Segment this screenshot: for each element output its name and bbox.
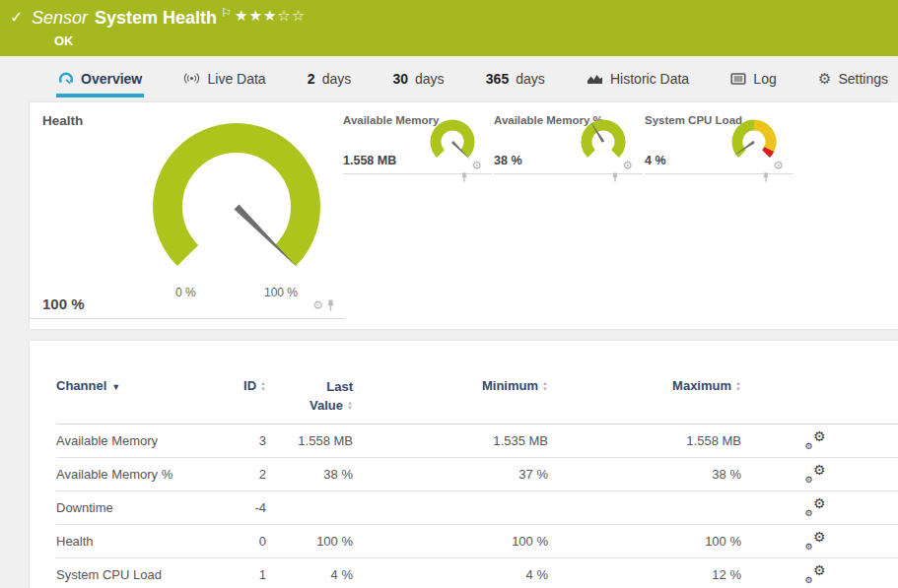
table-row: Health 0 100 % 100 % 100 % ⚙⚙ [56,525,898,558]
gauge-actions: ⚙ [312,299,335,311]
channel-maximum: 100 % [548,534,741,549]
log-icon [730,72,746,86]
channel-settings-gears-icon[interactable]: ⚙⚙ [805,466,826,483]
gauge-settings-gear-icon[interactable]: ⚙ [312,299,323,311]
system-cpu-load-tile: System CPU Load 4 % ⚙ [645,102,794,174]
tab-365-days[interactable]: 365days [484,63,547,98]
col-header-maximum[interactable]: Maximum [672,378,731,393]
channel-maximum: 38 % [548,467,741,482]
tab-30-days[interactable]: 30days [390,63,446,98]
channel-maximum: 1.558 MB [548,433,741,448]
page-title: System Health [95,8,217,28]
pin-icon[interactable] [611,172,619,182]
channel-minimum: 4 % [353,567,548,582]
system-cpu-load-value: 4 % [645,154,666,167]
channel-name: System CPU Load [56,567,239,582]
available-memory-value: 1.558 MB [343,154,396,167]
channel-settings-gears-icon[interactable]: ⚙⚙ [805,533,826,550]
available-memory-tile: Available Memory 1.558 MB ⚙ [343,102,492,174]
channel-minimum: 37 % [353,467,548,482]
channel-settings-gears-icon[interactable]: ⚙⚙ [805,566,826,583]
channel-maximum: 12 % [548,567,741,582]
gauge-actions: ⚙ [622,160,633,171]
table-row: Downtime -4 ⚙⚙ [56,491,898,525]
gauge-scale-min: 0 % [175,286,196,299]
tab-2-days[interactable]: 2days [306,63,353,98]
available-memory-title: Available Memory [343,114,439,126]
gear-icon: ⚙ [818,71,831,86]
available-memory-gauge [427,115,478,164]
live-signal-icon [183,71,200,86]
channel-name: Available Memory % [56,467,239,482]
tab-log[interactable]: Log [728,63,778,98]
pin-icon[interactable] [762,172,770,182]
gauge-actions: ⚙ [773,160,784,171]
channel-last-value: 38 % [266,467,353,482]
channel-id: 1 [239,567,266,582]
available-memory-pct-tile: Available Memory % 38 % ⚙ [494,102,643,174]
channel-settings-gears-icon[interactable]: ⚙⚙ [805,499,826,516]
col-header-channel[interactable]: Channel [56,378,106,393]
table-row: Available Memory 3 1.558 MB 1.535 MB 1.5… [56,425,898,458]
channel-last-value: 100 % [266,534,353,549]
gauges-panel: Health 0 % 100 % 100 % ⚙ Available Memor… [30,102,898,329]
gauge-settings-gear-icon[interactable]: ⚙ [773,160,784,171]
gauge-settings-gear-icon[interactable]: ⚙ [622,160,633,171]
tab-bar: Overview Live Data 2days 30days 365days … [0,63,898,98]
channel-id: 2 [239,467,266,482]
health-gauge-tile: Health 0 % 100 % 100 % ⚙ [30,102,345,319]
channel-last-value: 4 % [266,567,353,582]
chevron-down-icon[interactable]: ▼ [111,382,120,392]
channels-table-panel: Channel▼ ID▲▼ Last Value▲▼ Minimum▲▼ Max… [30,341,898,588]
channel-id: 0 [239,534,266,549]
flag-icon[interactable]: ⚐ [221,6,232,20]
priority-stars[interactable]: ★★★☆☆ [235,7,306,25]
channel-last-value: 1.558 MB [266,433,353,448]
available-memory-pct-gauge [578,115,629,164]
channel-name: Downtime [56,500,239,515]
channel-id: -4 [239,500,266,515]
table-header-row: Channel▼ ID▲▼ Last Value▲▼ Minimum▲▼ Max… [56,378,898,425]
col-header-id[interactable]: ID [243,378,256,393]
tab-settings[interactable]: ⚙ Settings [816,63,890,98]
channel-settings-gears-icon[interactable]: ⚙⚙ [805,432,826,449]
sort-icon[interactable]: ▲▼ [735,381,741,392]
gauge-settings-gear-icon[interactable]: ⚙ [471,160,482,171]
health-gauge [148,116,325,279]
gauge-actions: ⚙ [471,160,482,171]
col-header-minimum[interactable]: Minimum [482,378,538,393]
ok-check-icon: ✓ [10,8,23,27]
channel-minimum: 1.535 MB [353,433,548,448]
gauge-icon [58,71,74,87]
sensor-status-header: ✓ SensorSystem Health⚐ ★★★☆☆ OK [0,0,898,56]
gauge-scale-max: 100 % [264,286,298,299]
available-memory-pct-value: 38 % [494,154,522,167]
sort-icon[interactable]: ▲▼ [347,401,353,412]
channels-table: Channel▼ ID▲▼ Last Value▲▼ Minimum▲▼ Max… [30,341,898,588]
table-row: Available Memory % 2 38 % 37 % 38 % ⚙⚙ [56,458,898,491]
tab-live-data[interactable]: Live Data [181,63,267,98]
channel-name: Health [56,534,239,549]
historic-chart-icon [587,72,603,86]
table-row: System CPU Load 1 4 % 4 % 12 % ⚙⚙ [56,558,898,588]
tab-historic-data[interactable]: Historic Data [585,63,691,98]
channel-minimum: 100 % [353,534,548,549]
channel-name: Available Memory [56,433,239,448]
pin-icon[interactable] [326,299,335,311]
tab-overview[interactable]: Overview [56,63,144,98]
health-gauge-title: Health [42,113,83,128]
system-cpu-load-gauge [728,115,780,164]
status-badge: OK [54,33,74,48]
object-kind-label: Sensor [32,8,88,28]
pin-icon[interactable] [460,172,468,182]
channel-id: 3 [239,433,266,448]
health-value: 100 % [42,295,85,312]
